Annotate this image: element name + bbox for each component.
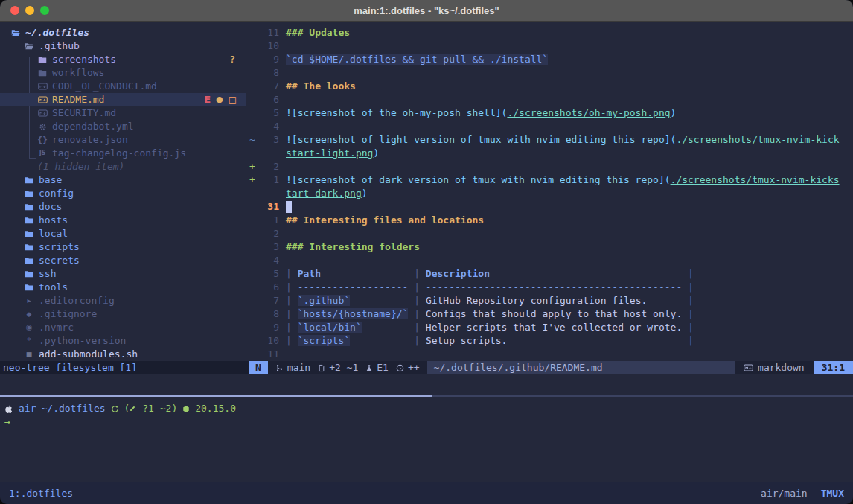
text-segment-pipe: |: [286, 322, 298, 333]
editor-line[interactable]: 4: [246, 120, 853, 133]
folder-icon: [37, 68, 48, 77]
editor-line[interactable]: 11### Updates: [246, 26, 853, 39]
tmux-window-item[interactable]: 1:.dotfiles: [9, 487, 73, 500]
text-segment-pipe: |: [408, 295, 425, 306]
shell-prompt: air ~/.dotfiles ( ?1 ~2) 20.15.0: [4, 402, 853, 415]
tree-item[interactable]: .github: [0, 39, 246, 53]
close-button[interactable]: [10, 6, 19, 15]
editor-line[interactable]: 3### Interesting folders: [246, 240, 853, 254]
text-segment-desc: Helper scripts that I've collected or wr…: [426, 322, 682, 333]
tree-item[interactable]: ssh: [0, 267, 246, 281]
text-segment-url: start-light.png: [286, 147, 373, 159]
diagnostics: E1: [365, 361, 389, 374]
tree-item-label: local: [39, 227, 68, 240]
tree-item[interactable]: workflows: [0, 66, 246, 80]
tree-item[interactable]: ◉.nvmrc: [0, 321, 246, 334]
editor-line[interactable]: 11: [246, 348, 853, 361]
editor-line[interactable]: 7| `.github` | GitHub Repository configu…: [246, 294, 853, 307]
tree-item[interactable]: SECURITY.md: [0, 106, 246, 120]
text-segment-codespan: `.github`: [298, 295, 350, 306]
editor-line[interactable]: tart-dark.png): [246, 187, 853, 200]
text-segment-dash: ----------------------------------------…: [426, 281, 682, 293]
editor-line[interactable]: start-light.png): [246, 147, 853, 160]
editor-line[interactable]: +1![screenshot of dark version of tmux w…: [246, 173, 853, 187]
line-text: [279, 39, 286, 53]
text-segment-codespan: `local/bin`: [298, 322, 362, 333]
editor-line[interactable]: 7## The looks: [246, 80, 853, 93]
text-segment-pipe: |: [408, 308, 425, 319]
tmux-pane-divider[interactable]: [0, 395, 853, 397]
text-segment-h3: ### Interesting folders: [286, 241, 420, 252]
tree-item[interactable]: ■add-submodules.sh: [0, 348, 246, 361]
editor-line[interactable]: ~3![screenshot of light version of tmux …: [246, 133, 853, 147]
tree-item-label: tools: [39, 281, 68, 294]
gutter-sign: [246, 53, 260, 66]
shell-input-line[interactable]: →: [4, 415, 853, 429]
editor-line[interactable]: 9`cd $HOME/.dotfiles && git pull && ./in…: [246, 53, 853, 66]
tree-item[interactable]: CODE_OF_CONDUCT.md: [0, 80, 246, 93]
tree-item[interactable]: README.mdE●□: [0, 93, 246, 106]
editor-line[interactable]: 5![screenshot of the oh-my-posh shell](.…: [246, 106, 853, 120]
line-number: [260, 187, 279, 200]
tree-item[interactable]: docs: [0, 200, 246, 214]
editor-line[interactable]: 10: [246, 39, 853, 53]
editor-line[interactable]: 1## Interesting files and locations: [246, 214, 853, 227]
node-version: 20.15.0: [195, 402, 236, 415]
tree-item[interactable]: hosts: [0, 214, 246, 227]
titlebar[interactable]: main:1:.dotfiles - "ks~/.dotfiles": [0, 0, 853, 22]
line-text: `cd $HOME/.dotfiles && git pull && ./ins…: [279, 53, 548, 66]
editor-line[interactable]: 9| `local/bin` | Helper scripts that I'v…: [246, 321, 853, 334]
editor-line[interactable]: 8: [246, 66, 853, 80]
editor-line[interactable]: 8| `hosts/{hostname}/` | Configs that sh…: [246, 307, 853, 321]
star-icon: *: [24, 334, 34, 348]
tree-item[interactable]: local: [0, 227, 246, 240]
editor-line[interactable]: 5| Path | Description |: [246, 267, 853, 281]
editor-pane[interactable]: 11### Updates109`cd $HOME/.dotfiles && g…: [246, 26, 853, 361]
tree-item-label: secrets: [39, 254, 80, 267]
line-number: 7: [260, 80, 279, 93]
text-segment-url: ./screenshots/oh-my-posh.png: [507, 107, 670, 118]
folder-icon: [24, 189, 34, 198]
tree-item[interactable]: ◆.gitignore: [0, 307, 246, 321]
tmux-status-bar: 1:.dotfiles air/main TMUX: [0, 482, 853, 504]
editor-line[interactable]: 2: [246, 227, 853, 240]
gutter-sign: [246, 348, 260, 361]
tree-item[interactable]: secrets: [0, 254, 246, 267]
tree-item[interactable]: dependabot.yml: [0, 120, 246, 133]
tree-item[interactable]: {}renovate.json: [0, 133, 246, 147]
line-number: 8: [260, 66, 279, 80]
minimize-button[interactable]: [25, 6, 34, 15]
editor-line[interactable]: 4: [246, 254, 853, 267]
tree-item[interactable]: base: [0, 173, 246, 187]
editor-line[interactable]: 6| ------------------- | ---------------…: [246, 281, 853, 294]
tree-item[interactable]: tools: [0, 281, 246, 294]
editor-line[interactable]: 10| `scripts` | Setup scripts. |: [246, 334, 853, 348]
editor-line[interactable]: 31: [246, 200, 853, 214]
tree-item[interactable]: JStag-changelog-config.js: [0, 147, 246, 160]
editor-line[interactable]: 6: [246, 93, 853, 106]
folder-icon: [24, 229, 34, 238]
tree-item[interactable]: screenshots?: [0, 53, 246, 66]
line-text: [279, 160, 286, 173]
tree-item-label: add-submodules.sh: [39, 348, 138, 361]
square-icon: ■: [24, 348, 34, 361]
line-text: tart-dark.png): [279, 187, 368, 200]
line-number: 11: [260, 348, 279, 361]
tree-item[interactable]: (1 hidden item): [0, 160, 246, 173]
folder-icon: [37, 55, 48, 64]
diamond-icon: ◆: [24, 307, 34, 321]
tree-item-label: CODE_OF_CONDUCT.md: [52, 80, 157, 93]
file-tree: ~/.dotfiles.githubscreenshots?workflowsC…: [0, 26, 246, 361]
tree-item[interactable]: ~/.dotfiles: [0, 26, 246, 39]
zoom-button[interactable]: [40, 6, 49, 15]
tree-item[interactable]: ▸.editorconfig: [0, 294, 246, 307]
editor-line[interactable]: +2: [246, 160, 853, 173]
tree-item-label: .editorconfig: [39, 294, 115, 307]
tree-item[interactable]: config: [0, 187, 246, 200]
shell-pane[interactable]: air ~/.dotfiles ( ?1 ~2) 20.15.0 →: [0, 397, 853, 482]
tree-item[interactable]: scripts: [0, 240, 246, 254]
tree-item[interactable]: *.python-version: [0, 334, 246, 348]
text-segment-codespan: `cd $HOME/.dotfiles && git pull && ./ins…: [286, 54, 548, 65]
line-number: 3: [260, 133, 279, 147]
gutter-sign: [246, 187, 260, 200]
